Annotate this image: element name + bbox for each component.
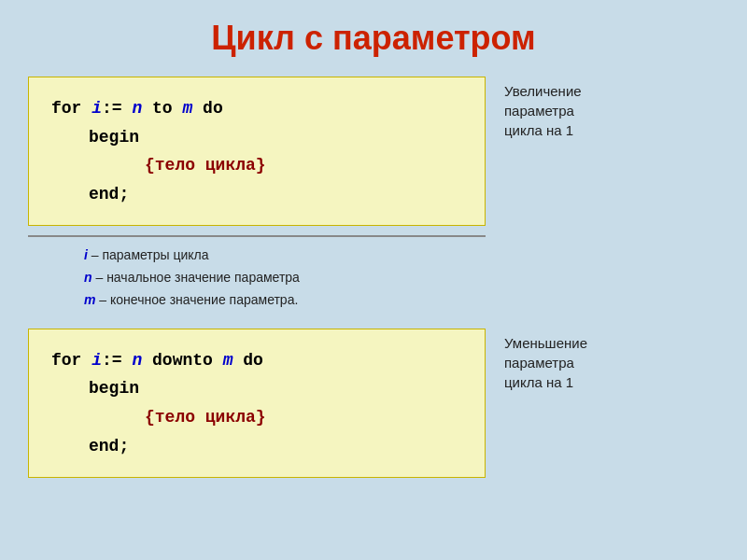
- code-line-1: for i:= n to m do: [51, 94, 462, 123]
- legend-m-var: m: [84, 292, 95, 307]
- kw-assign-2: :=: [102, 351, 132, 370]
- page-title: Цикл с параметром: [28, 19, 719, 58]
- annotation-2: Уменьшение параметра цикла на 1: [504, 329, 587, 392]
- legend-m: m – конечное значение параметра.: [84, 289, 719, 312]
- kw-do-2: do: [233, 351, 262, 370]
- code-line-end-2: end;: [51, 432, 462, 461]
- legend-n-var: n: [84, 270, 92, 285]
- code-line-2: for i:= n downto m do: [51, 346, 462, 375]
- code-line-begin-1: begin: [51, 123, 462, 152]
- kw-assign-1: :=: [102, 99, 132, 118]
- kw-do-1: do: [192, 99, 222, 118]
- block2-row: for i:= n downto m do begin {тело цикла}…: [28, 329, 719, 478]
- code-box-2: for i:= n downto m do begin {тело цикла}…: [28, 329, 486, 478]
- kw-for-1: for: [51, 99, 92, 118]
- var-m-1: m: [182, 99, 192, 118]
- code-line-end-1: end;: [51, 180, 462, 209]
- annotation-1-line3: цикла на 1: [504, 122, 573, 138]
- annotation-2-line2: параметра: [504, 355, 574, 371]
- legend-n-desc: – начальное значение параметра: [92, 270, 300, 285]
- kw-begin-2: begin: [89, 379, 139, 398]
- annotation-1-line2: параметра: [504, 103, 574, 119]
- annotation-1: Увеличение параметра цикла на 1: [504, 77, 582, 140]
- comment-body-1: {тело цикла}: [145, 156, 266, 175]
- code-box-1: for i:= n to m do begin {тело цикла} end…: [28, 77, 486, 226]
- legend-area: i – параметры цикла n – начальное значен…: [28, 237, 719, 318]
- comment-body-2: {тело цикла}: [145, 408, 266, 427]
- annotation-2-line1: Уменьшение: [504, 335, 587, 351]
- kw-downto-2: downto: [142, 351, 222, 370]
- legend-i-desc: – параметры цикла: [88, 247, 209, 262]
- var-i-2: i: [92, 351, 102, 370]
- code-line-body-2: {тело цикла}: [51, 403, 462, 432]
- kw-end-2: end;: [89, 437, 129, 455]
- var-n-1: n: [132, 99, 142, 118]
- code-line-body-1: {тело цикла}: [51, 151, 462, 180]
- kw-begin-1: begin: [89, 128, 139, 147]
- kw-for-2: for: [51, 351, 92, 370]
- kw-end-1: end;: [89, 185, 129, 203]
- var-n-2: n: [132, 351, 142, 370]
- annotation-1-line1: Увеличение: [504, 83, 582, 99]
- annotation-2-line3: цикла на 1: [504, 374, 573, 390]
- legend-i: i – параметры цикла: [84, 245, 719, 267]
- code-line-begin-2: begin: [51, 374, 462, 403]
- page: Цикл с параметром for i:= n to m do begi…: [0, 0, 747, 560]
- legend-m-desc: – конечное значение параметра.: [95, 292, 298, 307]
- var-m-2: m: [223, 351, 233, 370]
- block1-row: for i:= n to m do begin {тело цикла} end…: [28, 77, 719, 226]
- kw-to-1: to: [142, 99, 182, 118]
- var-i-1: i: [92, 99, 102, 118]
- legend-n: n – начальное значение параметра: [84, 267, 719, 289]
